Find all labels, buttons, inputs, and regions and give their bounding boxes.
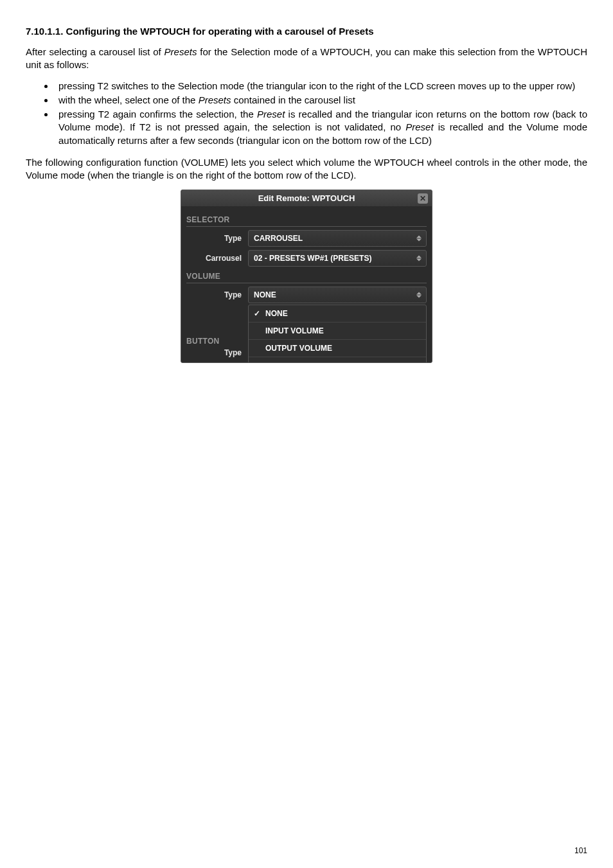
list-item: with the wheel, select one of the Preset… (55, 94, 587, 107)
section-heading: 7.10.1.1. Configuring the WPTOUCH for op… (26, 26, 587, 37)
paragraph-volume-explain: The following configuration function (VO… (26, 156, 587, 182)
li3-i1: Preset (257, 109, 285, 120)
volume-type-select[interactable]: NONE (248, 287, 427, 303)
page-number: 101 (574, 846, 587, 855)
selector-type-value: CARROUSEL (254, 234, 303, 243)
intro-text-before: After selecting a carousel list of (26, 46, 164, 57)
close-icon[interactable]: ✕ (418, 193, 428, 204)
label-type: Type (186, 348, 248, 357)
label-type: Type (186, 234, 248, 243)
carrousel-row: Carrousel 02 - PRESETS WP#1 (PRESETS) (186, 250, 427, 267)
volume-type-value: NONE (254, 290, 276, 299)
section-selector: SELECTOR (186, 215, 427, 227)
selector-type-select[interactable]: CARROUSEL (248, 230, 427, 247)
edit-remote-dialog: Edit Remote: WPTOUCH ✕ SELECTOR Type CAR… (181, 190, 432, 363)
intro-paragraph: After selecting a carousel list of Prese… (26, 46, 587, 72)
section-button: BUTTON (186, 337, 248, 346)
carrousel-select[interactable]: 02 - PRESETS WP#1 (PRESETS) (248, 250, 427, 267)
dialog-body: SELECTOR Type CARROUSEL Carrousel 02 - P… (181, 206, 432, 362)
option-none[interactable]: NONE (249, 305, 426, 322)
instruction-list: pressing T2 switches to the Selection mo… (55, 80, 587, 147)
label-carrousel: Carrousel (186, 254, 248, 263)
list-item: pressing T2 again confirms the selection… (55, 108, 587, 147)
option-matrix-volume[interactable]: MATRIX VOLUME (249, 357, 426, 363)
li3-i2: Preset (405, 121, 433, 132)
section-volume: VOLUME (186, 272, 427, 283)
carrousel-value: 02 - PRESETS WP#1 (PRESETS) (254, 254, 371, 263)
volume-type-dropdown: NONE INPUT VOLUME OUTPUT VOLUME MATRIX V… (248, 305, 427, 363)
option-output-volume[interactable]: OUTPUT VOLUME (249, 339, 426, 357)
option-input-volume[interactable]: INPUT VOLUME (249, 322, 426, 339)
li2-before: with the wheel, select one of the (58, 94, 199, 105)
label-type: Type (186, 290, 248, 299)
stepper-icon[interactable] (414, 256, 423, 261)
li2-after: contained in the carousel list (231, 94, 355, 105)
li2-italic: Presets (199, 94, 231, 105)
stepper-icon[interactable] (414, 292, 423, 298)
stepper-icon[interactable] (414, 236, 423, 242)
volume-type-row: Type NONE (186, 287, 427, 303)
dialog-title-text: Edit Remote: WPTOUCH (258, 193, 355, 203)
li3-a: pressing T2 again confirms the selection… (58, 109, 257, 120)
list-item: pressing T2 switches to the Selection mo… (55, 80, 587, 93)
intro-italic-presets: Presets (164, 46, 197, 57)
selector-type-row: Type CARROUSEL (186, 230, 427, 247)
dialog-titlebar: Edit Remote: WPTOUCH ✕ (181, 190, 432, 206)
